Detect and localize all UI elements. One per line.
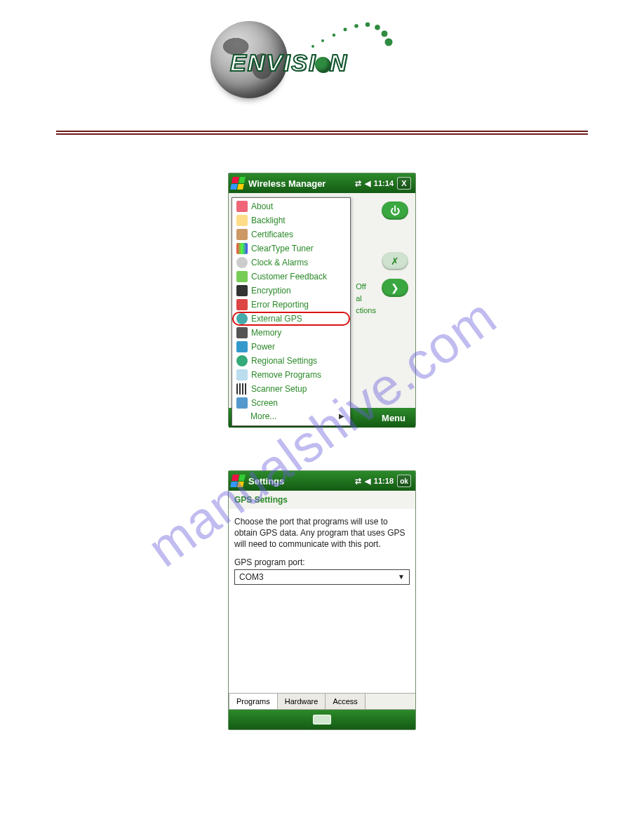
regional-icon [236, 355, 248, 366]
remove-icon [236, 369, 248, 380]
window-title: Wireless Manager [248, 178, 355, 189]
right-pill-column: ⏻ ✗ ❯ [382, 201, 408, 297]
svg-point-3 [344, 28, 347, 32]
close-button[interactable]: X [397, 177, 411, 190]
menu-item-certificates[interactable]: Certificates [232, 227, 350, 241]
volume-icon[interactable]: ◀︎ [365, 179, 370, 188]
svg-point-6 [375, 25, 380, 30]
connection-icon[interactable]: ⇄ [355, 179, 361, 188]
svg-point-7 [382, 31, 388, 37]
backlight-icon [236, 215, 248, 226]
svg-point-4 [354, 24, 358, 28]
blank-area [229, 588, 415, 693]
clock-icon [236, 257, 248, 268]
ok-button[interactable]: ok [397, 475, 411, 487]
menu-item-about[interactable]: About [232, 199, 350, 213]
screen-icon [236, 397, 248, 409]
divider-rule [56, 131, 588, 135]
tabs: Programs Hardware Access [229, 693, 415, 710]
certificates-icon [236, 229, 248, 240]
port-value: COM3 [239, 572, 264, 582]
encryption-icon [236, 285, 248, 296]
menu-softkey[interactable]: Menu [382, 413, 405, 423]
port-combobox[interactable]: COM3 ▼ [234, 569, 410, 585]
menu-item-encryption[interactable]: Encryption [232, 284, 350, 298]
menu-item-more[interactable]: More...▶ [232, 410, 350, 424]
svg-point-0 [311, 45, 314, 48]
titlebar: Wireless Manager ⇄ ◀︎ 11:14 X [229, 173, 415, 193]
volume-icon[interactable]: ◀︎ [365, 477, 370, 486]
brand-logo: ENVISIN [196, 21, 393, 112]
arrow-pill-icon[interactable]: ❯ [382, 279, 408, 297]
menu-item-power[interactable]: Power [232, 340, 350, 354]
tab-hardware[interactable]: Hardware [277, 694, 326, 710]
power-pill-icon[interactable]: ⏻ [382, 201, 408, 220]
menu-item-error[interactable]: Error Reporting [232, 298, 350, 312]
svg-point-1 [321, 39, 324, 42]
port-label: GPS program port: [234, 557, 410, 567]
barcode-icon [236, 383, 248, 395]
clock-value: 11:14 [374, 179, 394, 187]
menu-item-backlight[interactable]: Backlight [232, 213, 350, 227]
power-icon [236, 341, 248, 352]
menu-item-regional[interactable]: Regional Settings [232, 354, 350, 368]
menu-item-clock[interactable]: Clock & Alarms [232, 256, 350, 270]
keyboard-icon[interactable] [313, 715, 331, 724]
gps-icon [236, 313, 248, 324]
svg-point-2 [333, 34, 335, 37]
menu-item-cleartype[interactable]: ClearType Tuner [232, 241, 350, 256]
settings-description: Choose the port that programs will use t… [234, 516, 410, 550]
chevron-right-icon: ▶ [339, 412, 344, 420]
about-icon [236, 201, 248, 212]
menu-item-scanner[interactable]: Scanner Setup [232, 382, 350, 396]
menu-item-screen[interactable]: Screen [232, 396, 350, 410]
window-title: Settings [248, 476, 355, 486]
cleartype-icon [236, 243, 248, 254]
menu-item-external-gps[interactable]: External GPS [232, 312, 350, 326]
error-icon [236, 299, 248, 310]
key-pill-icon[interactable]: ✗ [382, 252, 408, 270]
svg-point-5 [365, 22, 370, 27]
bottombar [229, 710, 415, 729]
tab-programs[interactable]: Programs [229, 694, 278, 710]
logo-o-dot-icon [315, 57, 330, 72]
menu-item-remove[interactable]: Remove Programs [232, 368, 350, 382]
settings-popup: About Backlight Certificates ClearType T… [232, 197, 351, 426]
chevron-down-icon: ▼ [398, 573, 405, 581]
menu-item-feedback[interactable]: Customer Feedback [232, 270, 350, 284]
connection-icon[interactable]: ⇄ [355, 477, 361, 486]
feedback-icon [236, 271, 248, 282]
screenshot-wireless-manager: Wireless Manager ⇄ ◀︎ 11:14 X ⏻ ✗ ❯ Off … [228, 173, 416, 427]
windows-flag-icon[interactable] [230, 177, 246, 190]
screenshot-gps-settings: Settings ⇄ ◀︎ 11:18 ok GPS Settings Choo… [228, 470, 416, 730]
memory-icon [236, 327, 248, 338]
logo-text: ENVISIN [230, 49, 348, 77]
clock-value: 11:18 [374, 477, 394, 485]
titlebar: Settings ⇄ ◀︎ 11:18 ok [229, 471, 415, 491]
tab-access[interactable]: Access [325, 694, 365, 710]
right-labels: Off al ctions [356, 279, 376, 318]
windows-flag-icon[interactable] [230, 475, 246, 487]
svg-point-8 [385, 39, 393, 46]
menu-item-memory[interactable]: Memory [232, 326, 350, 340]
section-heading: GPS Settings [229, 491, 415, 509]
